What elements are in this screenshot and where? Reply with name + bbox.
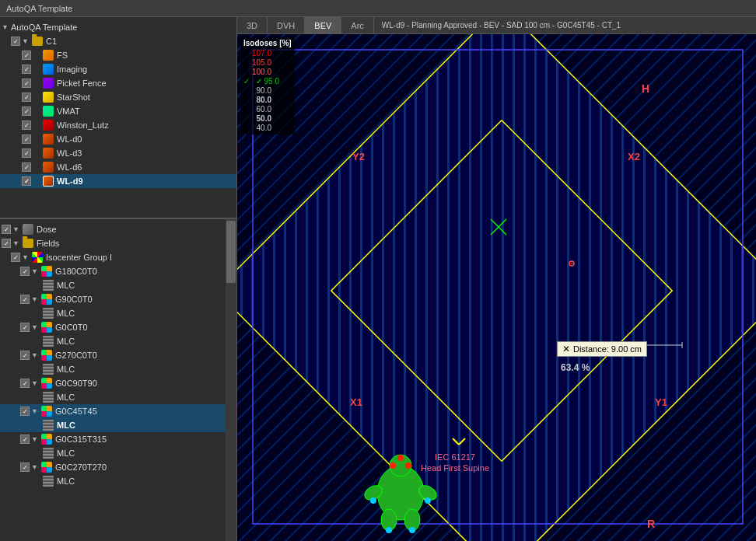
checkbox-picketfence[interactable] (22, 79, 31, 88)
gantry-icon-g0c45 (40, 405, 53, 417)
tree-item-g0c0t0[interactable]: ▼ G0C0T0 (0, 320, 236, 334)
checkbox-wl-d0[interactable] (22, 134, 31, 144)
tree-item-starshot[interactable]: StarShot (0, 90, 236, 104)
arrow-fields: ▼ (12, 239, 22, 247)
label-mlc7: MLC (57, 449, 75, 458)
isodose-60[interactable]: 60.0 (243, 105, 292, 113)
tree-item-mlc4[interactable]: MLC (0, 362, 236, 376)
checkbox-fs[interactable] (22, 51, 31, 60)
isodose-95[interactable]: ✓ 95.0 (243, 77, 292, 86)
tree-item-g90c0t0[interactable]: ▼ G90C0T0 (0, 292, 236, 306)
checkbox-g0c0t0[interactable] (20, 323, 30, 332)
tree-item-winston[interactable]: Winston_Lutz (0, 118, 236, 132)
distance-text: Distance: 9.00 cm (573, 344, 642, 354)
tree-scrollbar[interactable] (226, 219, 236, 541)
tree-item-mlc3[interactable]: MLC (0, 334, 236, 348)
tree-item-mlc5[interactable]: MLC (0, 390, 236, 404)
tree-item-picketfence[interactable]: Picket Fence (0, 76, 236, 90)
checkbox-imaging[interactable] (22, 65, 31, 74)
isodose-105[interactable]: 105.0 (243, 58, 292, 67)
tree-item-fs[interactable]: FS (0, 48, 236, 62)
top-bar: AutoQA Template (0, 0, 756, 17)
isodose-80[interactable]: 80.0 (243, 96, 292, 104)
tree-item-mlc2[interactable]: MLC (0, 306, 236, 320)
tab-arc[interactable]: Arc (341, 17, 374, 33)
viewer-title-text: WL-d9 - Planning Approved - BEV - SAD 10… (382, 21, 621, 30)
tree-item-g180c0t0[interactable]: ▼ G180C0T0 (0, 264, 236, 278)
tree-item-vmat[interactable]: VMAT (0, 104, 236, 118)
isodose-107[interactable]: 107.0 (243, 49, 292, 58)
checkbox-g0c45t45[interactable] (20, 407, 30, 416)
mlc-icon-6 (42, 419, 54, 431)
tree-item-g0c90t90[interactable]: ▼ G0C90T90 (0, 376, 236, 390)
label-starshot: StarShot (57, 92, 90, 102)
dose-icon (22, 223, 34, 236)
checkbox-dose[interactable] (2, 225, 11, 234)
isodose-40[interactable]: 40.0 (243, 124, 292, 132)
folder-icon-fields (22, 237, 34, 250)
tree-item-mlc7[interactable]: MLC (0, 446, 236, 460)
isodose-50[interactable]: 50.0 (243, 114, 292, 123)
tree-item-wl-d0[interactable]: WL-d0 (0, 132, 236, 146)
viewer-title: WL-d9 - Planning Approved - BEV - SAD 10… (374, 17, 756, 33)
tree-item-g0c315t315[interactable]: ▼ G0C315T315 (0, 432, 236, 446)
checkbox-starshot[interactable] (22, 92, 31, 102)
checkbox-vmat[interactable] (22, 106, 31, 116)
scrollbar-thumb[interactable] (226, 221, 236, 283)
tree-item-mlc8[interactable]: MLC (0, 474, 236, 488)
tree-item-autoqa[interactable]: ▼ AutoQA Template (0, 20, 236, 34)
label-wl-d3: WL-d3 (57, 148, 82, 158)
tree-item-g270c0t0[interactable]: ▼ G270C0T0 (0, 348, 236, 362)
tree-item-isocenter[interactable]: ▼ Isocenter Group I (0, 250, 236, 264)
tab-dvh-label: DVH (277, 21, 295, 30)
checkbox-g270c0t0[interactable] (20, 351, 30, 360)
isodose-90[interactable]: 90.0 (243, 86, 292, 95)
tree-item-wl-d3[interactable]: WL-d3 (0, 146, 236, 160)
tree-item-c1[interactable]: ▼ C1 (0, 34, 236, 48)
tree-item-wl-d9[interactable]: WL-d9 (0, 174, 236, 188)
tree-item-imaging[interactable]: Imaging (0, 62, 236, 76)
checkbox-wl-d9[interactable] (22, 176, 31, 186)
gantry-icon-g90 (40, 293, 53, 305)
tree-item-g0c45t45[interactable]: ▼ G0C45T45 (0, 404, 236, 418)
isodose-100[interactable]: 100.0 (243, 68, 292, 76)
checkbox-wl-d6[interactable] (22, 162, 31, 172)
tree-item-g0c270t270[interactable]: ▼ G0C270T270 (0, 460, 236, 474)
tree-item-fields[interactable]: ▼ Fields (0, 236, 236, 250)
gantry-icon-g0c270 (40, 461, 53, 473)
app-container: AutoQA Template ▼ AutoQA Template ▼ C1 (0, 0, 756, 541)
checkbox-g0c315t315[interactable] (20, 435, 30, 444)
qa-icon-starshot (42, 91, 54, 103)
arrow-g0c270t270: ▼ (31, 463, 40, 471)
label-mlc3: MLC (57, 337, 75, 346)
checkbox-c1[interactable] (11, 37, 20, 46)
tree-item-mlc1[interactable]: MLC (0, 278, 236, 292)
tab-bev[interactable]: BEV (305, 17, 341, 33)
label-mlc4: MLC (57, 365, 75, 374)
checkbox-g0c90t90[interactable] (20, 379, 30, 388)
svg-text:X2: X2 (628, 151, 640, 162)
tab-3d-label: 3D (247, 21, 257, 30)
qa-icon-wl-d0 (42, 133, 54, 145)
tree-item-wl-d6[interactable]: WL-d6 (0, 160, 236, 174)
arrow-g0c0t0: ▼ (31, 323, 40, 331)
svg-text:Y2: Y2 (352, 151, 365, 162)
checkbox-winston[interactable] (22, 120, 31, 130)
checkbox-wl-d3[interactable] (22, 148, 31, 158)
tree-item-dose[interactable]: ▼ Dose (0, 222, 236, 236)
arrow-g0c315t315: ▼ (31, 435, 40, 443)
svg-point-34 (370, 497, 376, 504)
tab-dvh[interactable]: DVH (268, 17, 305, 33)
tab-3d[interactable]: 3D (237, 17, 268, 33)
checkbox-isocenter[interactable] (11, 253, 20, 262)
checkbox-g90c0t0[interactable] (20, 295, 30, 304)
tree-item-mlc6[interactable]: MLC (0, 418, 236, 432)
qa-icon-vmat (42, 105, 54, 117)
checkbox-g180c0t0[interactable] (20, 267, 30, 276)
checkbox-g0c270t270[interactable] (20, 462, 30, 472)
checkbox-fields[interactable] (2, 239, 11, 248)
svg-point-28 (405, 462, 411, 469)
qa-icon-wl-d6 (42, 161, 54, 173)
tab-arc-label: Arc (351, 21, 364, 30)
viewer-canvas[interactable]: H Y2 X2 X1 Y1 R 63.4 % (237, 34, 756, 541)
